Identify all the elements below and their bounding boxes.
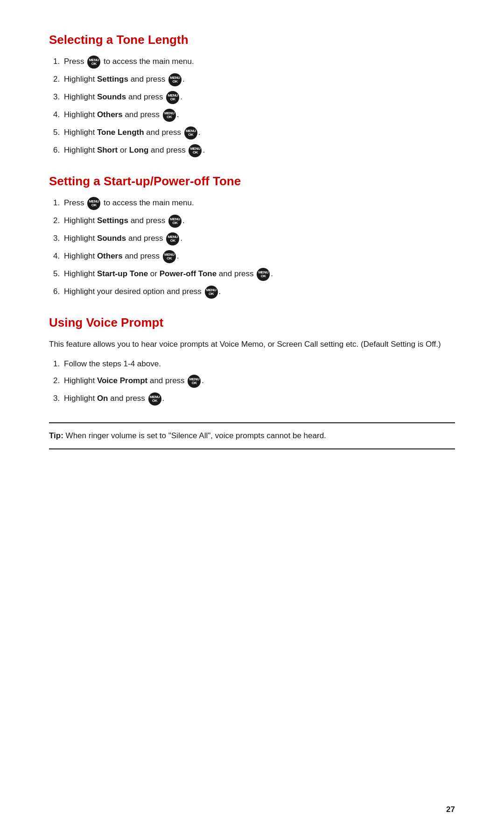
- menu-ok-icon: MENUOK: [87, 56, 100, 69]
- menu-ok-icon: MENUOK: [163, 250, 176, 263]
- menu-ok-icon: MENUOK: [168, 215, 182, 228]
- step-6-startup-tone: Highlight your desired option and press …: [62, 286, 455, 299]
- menu-ok-icon: MENUOK: [87, 197, 100, 210]
- section-using-voice-prompt: Using Voice Prompt This feature allows y…: [49, 315, 455, 406]
- section-title-startup-poweroff: Setting a Start-up/Power-off Tone: [49, 174, 455, 189]
- step-1-tone-length: Press MENUOK to access the main menu.: [62, 56, 455, 69]
- step-3-startup-tone: Highlight Sounds and press MENUOK.: [62, 232, 455, 245]
- step-4-startup-tone: Highlight Others and press MENUOK.: [62, 250, 455, 263]
- step-1-voice-prompt: Follow the steps 1-4 above.: [62, 358, 455, 370]
- step-2-voice-prompt: Highlight Voice Prompt and press MENUOK.: [62, 375, 455, 388]
- section-startup-poweroff-tone: Setting a Start-up/Power-off Tone Press …: [49, 174, 455, 299]
- page-number: 27: [446, 805, 455, 814]
- section-title-voice-prompt: Using Voice Prompt: [49, 315, 455, 330]
- menu-ok-icon: MENUOK: [188, 375, 201, 388]
- section-title-selecting-tone-length: Selecting a Tone Length: [49, 33, 455, 47]
- menu-ok-icon: MENUOK: [163, 109, 176, 122]
- step-5-startup-tone: Highlight Start-up Tone or Power-off Ton…: [62, 268, 455, 281]
- step-5-tone-length: Highlight Tone Length and press MENUOK.: [62, 126, 455, 140]
- step-2-startup-tone: Highlight Settings and press MENUOK.: [62, 215, 455, 228]
- tip-text: When ringer volume is set to "Silence Al…: [63, 431, 326, 440]
- menu-ok-icon: MENUOK: [166, 232, 179, 245]
- menu-ok-icon: MENUOK: [205, 286, 218, 299]
- menu-ok-icon: MENUOK: [257, 268, 270, 281]
- step-1-startup-tone: Press MENUOK to access the main menu.: [62, 197, 455, 210]
- voice-prompt-description: This feature allows you to hear voice pr…: [49, 338, 455, 350]
- step-6-tone-length: Highlight Short or Long and press MENUOK…: [62, 144, 455, 157]
- menu-ok-icon: MENUOK: [148, 392, 161, 406]
- step-3-tone-length: Highlight Sounds and press MENUOK.: [62, 91, 455, 104]
- steps-list-tone-length: Press MENUOK to access the main menu. Hi…: [49, 56, 455, 157]
- steps-list-startup-tone: Press MENUOK to access the main menu. Hi…: [49, 197, 455, 299]
- tip-section: Tip: When ringer volume is set to "Silen…: [49, 422, 455, 449]
- menu-ok-icon: MENUOK: [184, 126, 197, 140]
- menu-ok-icon: MENUOK: [166, 91, 179, 104]
- step-4-tone-length: Highlight Others and press MENUOK.: [62, 109, 455, 122]
- menu-ok-icon: MENUOK: [168, 73, 182, 86]
- step-3-voice-prompt: Highlight On and press MENUOK.: [62, 392, 455, 406]
- step-2-tone-length: Highlight Settings and press MENUOK.: [62, 73, 455, 86]
- section-selecting-tone-length: Selecting a Tone Length Press MENUOK to …: [49, 33, 455, 157]
- steps-list-voice-prompt: Follow the steps 1-4 above. Highlight Vo…: [49, 358, 455, 406]
- menu-ok-icon: MENUOK: [189, 144, 202, 157]
- tip-label: Tip:: [49, 431, 63, 440]
